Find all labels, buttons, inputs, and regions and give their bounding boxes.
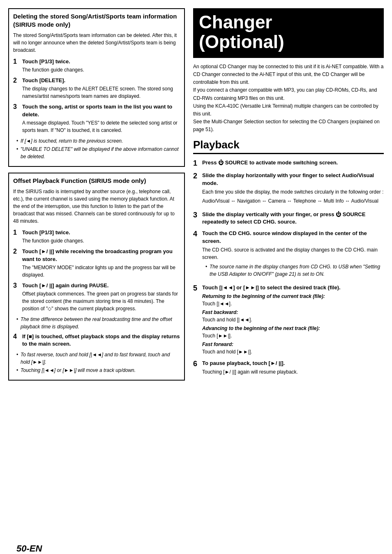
offset-step-4: 4 If [■] is touched, offset playback sto…	[13, 333, 180, 348]
bullet-item: To fast reverse, touch and hold [|◄◄] an…	[17, 351, 180, 366]
bullet-item: Touching [|◄◄] or [►►|] will move a trac…	[17, 367, 180, 374]
offset-bullets-1: The time difference between the real bro…	[13, 316, 180, 330]
step-number: 4	[193, 230, 202, 238]
subsection-fast-backward: Fast backward: Touch and hold [|◄◄].	[202, 309, 384, 323]
bullet-item: If [◄] is touched, return to the previou…	[17, 137, 180, 145]
delete-step-1: 1 Touch [P1/3] twice. The function guide…	[13, 58, 180, 74]
playback-step-2: 2 Slide the display horizontally with yo…	[193, 172, 384, 207]
step-number: 2	[193, 172, 202, 180]
offset-section-title: Offset Playback Function (SIRIUS mode on…	[13, 177, 180, 185]
step-content: Touch the song, artist or sports team in…	[22, 103, 180, 134]
step-desc: The CD CHG. source is activated and the …	[202, 246, 384, 261]
step-number: 5	[193, 284, 202, 293]
step-desc: Offset playback commences. The green par…	[22, 290, 180, 312]
subsection-title: Advancing to the beginning of the next t…	[202, 325, 384, 331]
step-number: 2	[13, 248, 22, 255]
step-number: 1	[13, 58, 22, 65]
left-column: Deleting the stored Song/Artist/Sports t…	[8, 8, 185, 386]
step-content: Slide the display horizontally with your…	[202, 172, 384, 207]
step-desc: The display changes to the ALERT DELETE …	[22, 85, 180, 100]
step-content: Touch [►/ ||] again during PAUSE. Offset…	[22, 282, 180, 312]
step-number: 3	[13, 103, 22, 111]
right-column: Changer (Optional) An optional CD Change…	[193, 8, 384, 386]
step-desc: The function guide changes.	[22, 66, 180, 74]
step-title: To pause playback, touch [►/ ||].	[202, 360, 384, 367]
delete-section: Deleting the stored Song/Artist/Sports t…	[8, 8, 185, 167]
changer-title-line1: Changer	[199, 12, 378, 32]
subsection-title: Returning to the beginning of the curren…	[202, 293, 384, 299]
step-number: 6	[193, 360, 202, 368]
step-number: 1	[193, 159, 202, 168]
step-desc: Each time you slide the display, the mod…	[202, 188, 384, 196]
subsection-advancing: Advancing to the beginning of the next t…	[202, 325, 384, 339]
changer-intro-p1: An optional CD Changer may be connected …	[193, 63, 384, 87]
offset-step-2: 2 Touch [►/ ||] while receiving the broa…	[13, 248, 180, 278]
delete-step-3: 3 Touch the song, artist or sports team …	[13, 103, 180, 134]
changer-title-box: Changer (Optional)	[193, 8, 384, 58]
page-layout: Deleting the stored Song/Artist/Sports t…	[8, 8, 384, 386]
step4-bullets: The source name in the display changes f…	[202, 263, 384, 278]
changer-title-line2: (Optional)	[199, 32, 378, 52]
offset-section: Offset Playback Function (SIRIUS mode on…	[8, 173, 185, 381]
offset-section-intro: If the SIRIUS radio is interrupted by an…	[13, 188, 180, 225]
step-title: Touch the song, artist or sports team in…	[22, 103, 180, 118]
step-title: Touch [►/ ||] while receiving the broadc…	[22, 248, 180, 263]
playback-step-4: 4 Touch the CD CHG. source window displa…	[193, 230, 384, 279]
step-title: Touch the CD CHG. source window displaye…	[202, 230, 384, 245]
delete-section-title: Deleting the stored Song/Artist/Sports t…	[13, 12, 180, 28]
changer-intro-p2: If you connect a changer compatible with…	[193, 86, 384, 102]
bullet-item: "UNABLE TO DELETE" will be displayed if …	[17, 145, 180, 160]
step-content: Touch [DELETE]. The display changes to t…	[22, 77, 180, 100]
playback-step-1: 1 Press ⏻ SOURCE to activate mode switch…	[193, 159, 384, 168]
step-desc: The "MEMORY MODE" indicator lights up an…	[22, 264, 180, 279]
step-title: Slide the display vertically with your f…	[202, 211, 384, 226]
changer-intro-p4: See the Multi-Changer Selection section …	[193, 118, 384, 134]
step-number: 1	[13, 229, 22, 236]
subsection-text: Touch and hold [►►|].	[202, 348, 384, 355]
step-content: Slide the display vertically with your f…	[202, 211, 384, 226]
subsection-text: Touch [►►|].	[202, 332, 384, 339]
offset-step-1: 1 Touch [P1/3] twice. The function guide…	[13, 229, 180, 245]
step-number: 2	[13, 77, 22, 84]
step-title: Press ⏻ SOURCE to activate mode switchin…	[202, 159, 384, 166]
subsection-text: Touch [|◄◄].	[202, 300, 384, 307]
step-title: Slide the display horizontally with your…	[202, 172, 384, 187]
step-number: 3	[13, 282, 22, 289]
step-title: If [■] is touched, offset playback stops…	[22, 333, 180, 348]
changer-intro: An optional CD Changer may be connected …	[193, 63, 384, 134]
step-title: Touch [P1/3] twice.	[22, 58, 180, 65]
changer-intro-p3: Using the KCA-410C (Versatile Link Termi…	[193, 102, 384, 118]
delete-section-intro: The stored Song/Artist/Sports team infor…	[13, 32, 180, 54]
step-number: 4	[13, 333, 22, 340]
bullet-item: The source name in the display changes f…	[206, 263, 384, 278]
subsection-text: Touch and hold [|◄◄].	[202, 316, 384, 323]
step-content: To pause playback, touch [►/ ||]. Touchi…	[202, 360, 384, 376]
step-title: Touch [|◄◄] or [►►|] to select the desir…	[202, 284, 384, 291]
step-content: Touch [P1/3] twice. The function guide c…	[22, 229, 180, 245]
playback-step-3: 3 Slide the display vertically with your…	[193, 211, 384, 226]
step-content: Touch [►/ ||] while receiving the broadc…	[22, 248, 180, 278]
playback-step-5: 5 Touch [|◄◄] or [►►|] to select the des…	[193, 284, 384, 355]
step-content: If [■] is touched, offset playback stops…	[22, 333, 180, 348]
step-desc: Touching [►/ ||] again will resume playb…	[202, 368, 384, 376]
step-content: Touch [|◄◄] or [►►|] to select the desir…	[202, 284, 384, 355]
step-desc: The function guide changes.	[22, 237, 180, 245]
subsection-title: Fast forward:	[202, 342, 384, 347]
step-desc: A message displayed. Touch "YES" to dele…	[22, 119, 180, 134]
offset-bullets-2: To fast reverse, touch and hold [|◄◄] an…	[13, 351, 180, 374]
page-footer: 50-EN	[16, 543, 42, 554]
step-title: Touch [►/ ||] again during PAUSE.	[22, 282, 180, 289]
bullet-item: The time difference between the real bro…	[17, 316, 180, 330]
delete-step-2: 2 Touch [DELETE]. The display changes to…	[13, 77, 180, 100]
step-content: Touch [P1/3] twice. The function guide c…	[22, 58, 180, 74]
step-title: Touch [P1/3] twice.	[22, 229, 180, 236]
step-number: 3	[193, 211, 202, 219]
playback-title: Playback	[193, 138, 384, 154]
offset-step-3: 3 Touch [►/ ||] again during PAUSE. Offs…	[13, 282, 180, 312]
playback-step-6: 6 To pause playback, touch [►/ ||]. Touc…	[193, 360, 384, 376]
subsection-fast-forward: Fast forward: Touch and hold [►►|].	[202, 342, 384, 355]
delete-bullets: If [◄] is touched, return to the previou…	[13, 137, 180, 160]
subsection-returning: Returning to the beginning of the curren…	[202, 293, 384, 307]
mode-flow: Audio/Visual ↔ Navigation ↔ Camera ↔ Tel…	[202, 197, 384, 205]
subsection-title: Fast backward:	[202, 309, 384, 315]
